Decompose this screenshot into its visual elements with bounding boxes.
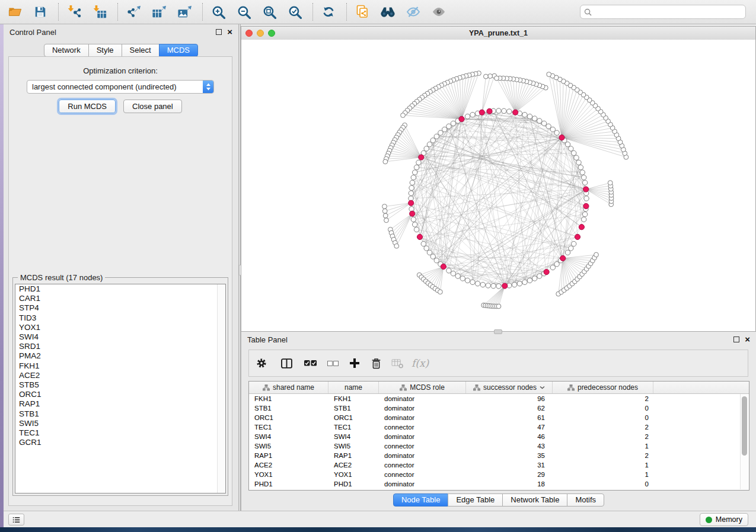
- float-panel-icon[interactable]: [733, 336, 739, 342]
- export-network-button[interactable]: [125, 3, 142, 21]
- save-session-button[interactable]: [31, 3, 49, 21]
- mcds-result-item[interactable]: YOX1: [15, 323, 225, 332]
- table-cell: 43: [466, 441, 553, 451]
- table-row[interactable]: ORC1ORC1dominator610: [249, 413, 749, 422]
- mcds-list-scrollbar[interactable]: [217, 284, 225, 493]
- table-cell: dominator: [379, 479, 466, 489]
- network-canvas[interactable]: [241, 40, 755, 331]
- show-all-button[interactable]: [430, 3, 448, 21]
- tab-network-table[interactable]: Network Table: [502, 493, 567, 507]
- tab-edge-table[interactable]: Edge Table: [448, 493, 503, 507]
- horizontal-splitter-handle[interactable]: [494, 329, 502, 334]
- column-header-shared-name[interactable]: shared name: [249, 382, 328, 393]
- network-window-titlebar[interactable]: YPA_prune.txt_1: [241, 27, 755, 40]
- sort-desc-icon: [540, 386, 545, 389]
- mcds-result-item[interactable]: STB1: [15, 409, 225, 419]
- optimization-criterion-select[interactable]: largest connected component (undirected): [27, 80, 214, 94]
- mcds-result-item[interactable]: ORC1: [15, 390, 225, 399]
- mcds-result-item[interactable]: RAP1: [15, 399, 225, 409]
- network-graph[interactable]: [241, 40, 755, 331]
- mcds-result-item[interactable]: TEC1: [15, 428, 225, 438]
- export-image-button[interactable]: [176, 3, 193, 21]
- export-table-button[interactable]: [150, 3, 168, 21]
- table-row[interactable]: SWI4SWI4dominator462: [249, 432, 749, 441]
- close-panel-button[interactable]: Close panel: [123, 100, 182, 113]
- open-file-button[interactable]: [6, 3, 24, 21]
- mcds-result-item[interactable]: ACE2: [15, 371, 225, 380]
- column-header-name[interactable]: name: [328, 382, 379, 393]
- mcds-result-item[interactable]: SWI5: [15, 419, 225, 428]
- delete-table-button-disabled[interactable]: [391, 354, 404, 372]
- clone-network-icon: [355, 5, 369, 19]
- table-row[interactable]: STB1STB1dominator620: [249, 403, 749, 413]
- unchecked-boxes-icon: [327, 361, 339, 366]
- table-row[interactable]: PHD1PHD1dominator180: [249, 479, 749, 489]
- mcds-result-item[interactable]: STB5: [15, 380, 225, 390]
- tab-node-table[interactable]: Node Table: [393, 493, 449, 507]
- zoom-in-button[interactable]: [209, 3, 227, 21]
- save-icon: [34, 5, 47, 18]
- tab-network[interactable]: Network: [44, 44, 89, 57]
- table-cell: dominator: [379, 394, 466, 403]
- table-cell: dominator: [379, 451, 466, 460]
- table-row[interactable]: ACE2ACE2connector311: [249, 460, 749, 470]
- show-panels-button[interactable]: [8, 514, 24, 525]
- hide-selected-button[interactable]: [404, 3, 422, 21]
- mcds-result-item[interactable]: FKH1: [15, 361, 225, 371]
- zoom-fit-button[interactable]: [260, 3, 278, 21]
- memory-button[interactable]: Memory: [700, 513, 748, 526]
- column-header-successor-nodes[interactable]: successor nodes: [466, 382, 553, 393]
- tab-style[interactable]: Style: [88, 44, 122, 57]
- mcds-result-item[interactable]: PHD1: [15, 284, 225, 294]
- refresh-layout-button[interactable]: [320, 3, 337, 21]
- table-scrollbar-thumb[interactable]: [742, 396, 747, 456]
- trash-icon: [371, 358, 381, 369]
- mcds-result-item[interactable]: PMA2: [15, 351, 225, 361]
- run-mcds-button[interactable]: Run MCDS: [59, 100, 116, 113]
- tab-select[interactable]: Select: [122, 44, 160, 57]
- table-scrollbar[interactable]: [740, 394, 748, 489]
- mcds-result-item[interactable]: TID3: [15, 313, 225, 323]
- close-panel-icon[interactable]: ×: [745, 336, 750, 343]
- show-column-button[interactable]: [281, 354, 292, 372]
- close-panel-icon[interactable]: ×: [227, 28, 232, 36]
- node-table: shared namenameMCDS rolesuccessor nodesp…: [248, 381, 749, 491]
- mcds-result-item[interactable]: SWI4: [15, 332, 225, 342]
- checked-boxes-icon: [304, 360, 317, 366]
- table-panel: Table Panel × f(x) shared namenameMCDS r…: [241, 332, 756, 511]
- zoom-selected-button[interactable]: [286, 3, 304, 21]
- control-panel: Control Panel × Network Style Select MCD…: [4, 24, 238, 511]
- table-row[interactable]: TEC1TEC1connector472: [249, 422, 749, 432]
- create-column-button[interactable]: [349, 354, 360, 372]
- clone-network-button[interactable]: [353, 3, 371, 21]
- function-builder-button-disabled[interactable]: f(x): [412, 354, 429, 372]
- table-cell: YOX1: [249, 470, 328, 479]
- tab-mcds[interactable]: MCDS: [159, 44, 198, 57]
- float-panel-icon[interactable]: [216, 29, 222, 35]
- mcds-result-item[interactable]: GCR1: [15, 438, 225, 447]
- export-network-icon: [126, 5, 141, 19]
- import-table-button[interactable]: [91, 3, 109, 21]
- table-cell: PHD1: [249, 479, 328, 489]
- import-network-button[interactable]: [65, 3, 83, 21]
- table-row[interactable]: RAP1RAP1dominator352: [249, 451, 749, 460]
- search-input[interactable]: [595, 7, 742, 17]
- table-row[interactable]: YOX1YOX1connector291: [249, 470, 749, 479]
- table-row[interactable]: FKH1FKH1dominator962: [249, 394, 749, 403]
- column-header-MCDS-role[interactable]: MCDS role: [379, 382, 466, 393]
- search-binoculars-button[interactable]: [379, 3, 397, 21]
- select-all-columns-button[interactable]: [304, 354, 317, 372]
- zoom-out-button[interactable]: [235, 3, 253, 21]
- namespace-icon: [473, 384, 480, 391]
- search-box[interactable]: [580, 5, 746, 19]
- table-settings-button[interactable]: [256, 354, 267, 372]
- mcds-result-item[interactable]: STP4: [15, 303, 225, 313]
- mcds-result-item[interactable]: SRD1: [15, 342, 225, 351]
- table-row[interactable]: SWI5SWI5connector431: [249, 441, 749, 451]
- mcds-result-item[interactable]: CAR1: [15, 294, 225, 303]
- mcds-result-list[interactable]: PHD1CAR1STP4TID3YOX1SWI4SRD1PMA2FKH1ACE2…: [15, 284, 226, 493]
- delete-column-button[interactable]: [371, 354, 381, 372]
- deselect-all-columns-button[interactable]: [327, 354, 339, 372]
- tab-motifs[interactable]: Motifs: [567, 493, 604, 507]
- column-header-predecessor-nodes[interactable]: predecessor nodes: [553, 382, 653, 393]
